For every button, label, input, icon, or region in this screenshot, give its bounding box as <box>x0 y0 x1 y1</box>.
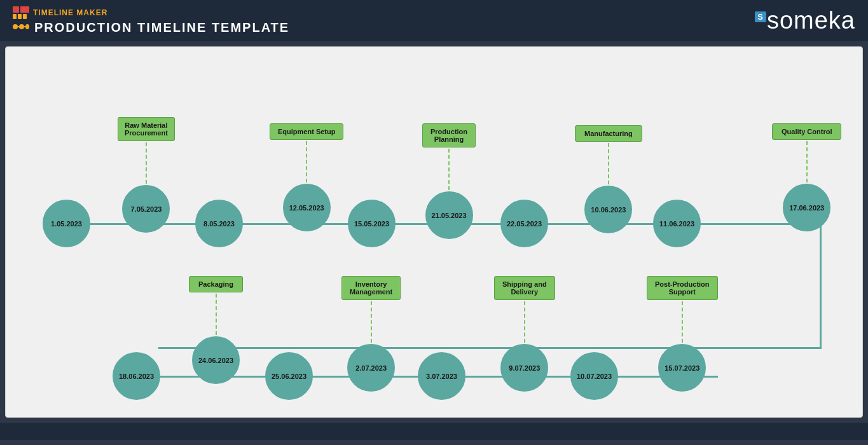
app-name: TIMELINE MAKER <box>13 6 289 19</box>
svg-rect-1 <box>20 6 29 13</box>
node-17: 10.07.2023 <box>570 352 618 400</box>
node-1: 1.05.2023 <box>43 200 90 247</box>
node-11: 18.06.2023 <box>113 352 160 400</box>
label-post-production: Post-Production Support <box>647 276 718 300</box>
circle-node-4: 12.05.2023 <box>283 184 331 231</box>
label-inventory: Inventory Management <box>341 276 401 300</box>
label-manufacturing: Manufacturing <box>575 125 642 142</box>
node-4: Equipment Setup 12.05.2023 <box>270 123 343 231</box>
circle-node-10: 17.06.2023 <box>783 184 830 231</box>
label-raw-material: Raw Material Procurement <box>118 117 175 141</box>
node-8: Manufacturing 10.06.2023 <box>575 125 642 233</box>
vline-16 <box>524 301 525 343</box>
timeline-canvas: 1.05.2023 Raw Material Procurement 7.05.… <box>18 57 850 400</box>
connector-h-bottom <box>158 347 822 349</box>
node-9: 11.06.2023 <box>653 200 701 247</box>
brand-badge: S <box>755 11 766 22</box>
node-3: 8.05.2023 <box>195 200 243 247</box>
vline-2 <box>146 142 147 184</box>
vline-6 <box>448 149 450 190</box>
node-12-wrap: Packaging 24.06.2023 <box>189 276 243 384</box>
circle-node-1: 1.05.2023 <box>43 200 90 247</box>
circle-node-14: 2.07.2023 <box>347 344 395 392</box>
title-icon <box>13 22 29 34</box>
vline-12 <box>216 294 217 335</box>
node-8-wrap: Manufacturing 10.06.2023 <box>575 125 642 233</box>
main-content: 1.05.2023 Raw Material Procurement 7.05.… <box>5 46 863 418</box>
svg-rect-2 <box>13 14 17 19</box>
label-packaging: Packaging <box>189 276 243 292</box>
vline-8 <box>608 143 609 184</box>
circle-node-13: 25.06.2023 <box>265 352 313 400</box>
app-name-text: TIMELINE MAKER <box>33 8 107 17</box>
node-2: Raw Material Procurement 7.05.2023 <box>118 117 175 233</box>
circle-node-5: 15.05.2023 <box>348 200 396 247</box>
circle-node-17: 10.07.2023 <box>570 352 618 400</box>
circle-node-2: 7.05.2023 <box>122 185 170 233</box>
circle-node-12: 24.06.2023 <box>192 336 240 384</box>
node-14-wrap: Inventory Management 2.07.2023 <box>341 276 401 392</box>
svg-rect-3 <box>18 14 22 19</box>
vline-4 <box>306 141 307 182</box>
label-production-planning: Production Planning <box>422 123 476 147</box>
node-15: 3.07.2023 <box>418 352 465 400</box>
vline-18 <box>682 301 683 343</box>
node-4-wrap: Equipment Setup 12.05.2023 <box>270 123 343 231</box>
node-18-wrap: Post-Production Support 15.07.2023 <box>647 276 718 392</box>
circle-node-3: 8.05.2023 <box>195 200 243 247</box>
app-icon <box>13 6 29 19</box>
circle-node-7: 22.05.2023 <box>500 200 548 247</box>
label-equipment-setup: Equipment Setup <box>270 123 343 140</box>
node-14: Inventory Management 2.07.2023 <box>341 276 401 392</box>
circle-node-6: 21.05.2023 <box>425 191 473 239</box>
circle-node-18: 15.07.2023 <box>658 344 706 392</box>
page-title: PRODUCTION TIMELINE TEMPLATE <box>13 20 289 35</box>
label-quality-control: Quality Control <box>772 123 841 140</box>
circle-node-11: 18.06.2023 <box>113 352 160 400</box>
svg-rect-5 <box>13 24 18 29</box>
header-left: TIMELINE MAKER PRODUCTION TIMELINE TEMPL… <box>13 6 289 35</box>
circle-node-8: 10.06.2023 <box>584 186 632 233</box>
svg-rect-7 <box>25 24 29 29</box>
app-footer <box>0 423 868 440</box>
vline-14 <box>371 301 372 343</box>
node-10-wrap: Quality Control 17.06.2023 <box>772 123 841 231</box>
node-13: 25.06.2023 <box>265 352 313 400</box>
node-2-wrap: Raw Material Procurement 7.05.2023 <box>118 117 175 233</box>
page-title-text: PRODUCTION TIMELINE TEMPLATE <box>34 20 289 35</box>
circle-node-9: 11.06.2023 <box>653 200 701 247</box>
node-6-wrap: Production Planning 21.05.2023 <box>422 123 476 239</box>
node-12: Packaging 24.06.2023 <box>189 276 243 384</box>
svg-rect-0 <box>13 6 19 13</box>
brand-logo: Ssomeka <box>755 7 855 34</box>
label-shipping: Shipping and Delivery <box>494 276 555 300</box>
connector-v-right <box>820 223 822 347</box>
node-5: 15.05.2023 <box>348 200 396 247</box>
node-16: Shipping and Delivery 9.07.2023 <box>494 276 555 392</box>
node-10: Quality Control 17.06.2023 <box>772 123 841 231</box>
app-header: TIMELINE MAKER PRODUCTION TIMELINE TEMPL… <box>0 0 868 41</box>
node-7: 22.05.2023 <box>500 200 548 247</box>
circle-node-16: 9.07.2023 <box>500 344 548 392</box>
vline-10 <box>806 141 808 182</box>
node-18: Post-Production Support 15.07.2023 <box>647 276 718 392</box>
svg-rect-6 <box>19 24 24 29</box>
brand-name: someka <box>767 7 855 34</box>
node-16-wrap: Shipping and Delivery 9.07.2023 <box>494 276 555 392</box>
circle-node-15: 3.07.2023 <box>418 352 465 400</box>
node-6: Production Planning 21.05.2023 <box>422 123 476 239</box>
svg-rect-4 <box>23 14 27 19</box>
